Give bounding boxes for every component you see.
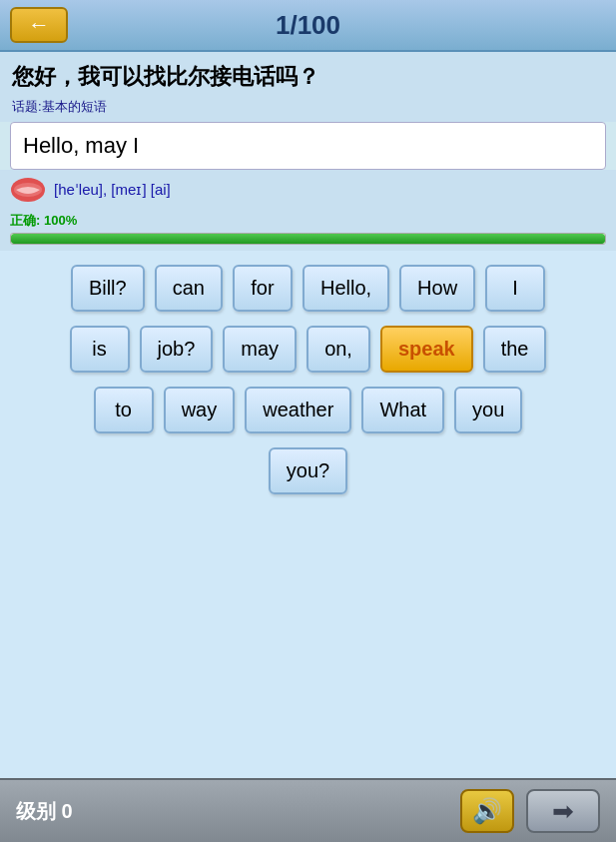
word-row-3: to way weather What you bbox=[10, 387, 606, 433]
word-you2[interactable]: you? bbox=[269, 447, 347, 494]
header: ← 1/100 bbox=[0, 0, 616, 52]
level-label: 级别 0 bbox=[16, 798, 73, 825]
word-for[interactable]: for bbox=[233, 265, 293, 312]
word-on[interactable]: on, bbox=[307, 326, 370, 373]
correct-label: 正确: 100% bbox=[10, 212, 606, 230]
word-to[interactable]: to bbox=[94, 387, 154, 433]
word-may[interactable]: may bbox=[223, 326, 297, 373]
word-row-4: you? bbox=[10, 447, 606, 494]
word-hello[interactable]: Hello, bbox=[303, 265, 389, 312]
word-grid-area: Bill? can for Hello, How I is job? may o… bbox=[0, 251, 616, 778]
word-how[interactable]: How bbox=[399, 265, 475, 312]
next-arrow-icon: ➡ bbox=[552, 796, 574, 827]
pronunciation-row: [heˈleu], [meɪ] [ai] bbox=[0, 170, 616, 210]
word-what[interactable]: What bbox=[361, 387, 444, 433]
progress-bar-container bbox=[10, 233, 606, 245]
word-i[interactable]: I bbox=[485, 265, 545, 312]
correct-row: 正确: 100% bbox=[0, 210, 616, 251]
word-you[interactable]: you bbox=[454, 387, 522, 433]
back-button[interactable]: ← bbox=[10, 7, 68, 43]
progress-label: 1/100 bbox=[276, 10, 340, 41]
bottom-icons: 🔊 ➡ bbox=[460, 789, 600, 833]
word-weather[interactable]: weather bbox=[245, 387, 351, 433]
word-way[interactable]: way bbox=[164, 387, 236, 433]
back-arrow-icon: ← bbox=[28, 12, 50, 38]
pronunciation-text: [heˈleu], [meɪ] [ai] bbox=[54, 181, 171, 199]
topic-label: 话题:基本的短语 bbox=[0, 96, 616, 122]
speaker-button[interactable]: 🔊 bbox=[460, 789, 514, 833]
word-the[interactable]: the bbox=[483, 326, 547, 373]
word-bill[interactable]: Bill? bbox=[71, 265, 145, 312]
bottom-bar: 级别 0 🔊 ➡ bbox=[0, 778, 616, 842]
word-is[interactable]: is bbox=[70, 326, 130, 373]
speaker-icon: 🔊 bbox=[472, 797, 502, 825]
input-area[interactable]: Hello, may I bbox=[10, 122, 606, 170]
word-job[interactable]: job? bbox=[140, 326, 214, 373]
word-can[interactable]: can bbox=[155, 265, 223, 312]
word-speak[interactable]: speak bbox=[380, 326, 473, 373]
next-button[interactable]: ➡ bbox=[526, 789, 600, 833]
word-row-2: is job? may on, speak the bbox=[10, 326, 606, 373]
lips-icon bbox=[10, 176, 46, 204]
progress-bar-fill bbox=[11, 234, 605, 244]
word-row-1: Bill? can for Hello, How I bbox=[10, 265, 606, 312]
chinese-title: 您好，我可以找比尔接电话吗？ bbox=[0, 52, 616, 96]
